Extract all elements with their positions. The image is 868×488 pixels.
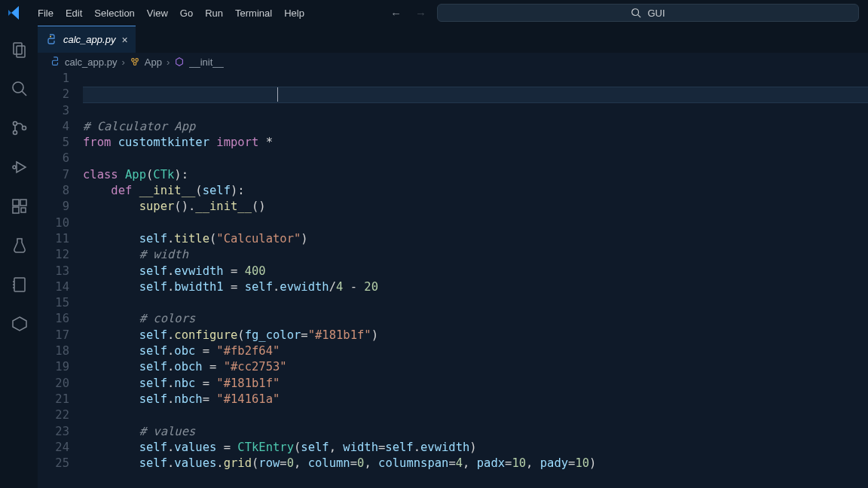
svg-point-4 [13, 82, 23, 93]
activity-bar [0, 26, 38, 488]
svg-rect-3 [17, 46, 25, 57]
svg-point-0 [632, 9, 639, 16]
notebook-icon[interactable] [1, 267, 37, 303]
svg-line-1 [638, 15, 641, 18]
svg-rect-14 [14, 278, 25, 291]
svg-point-20 [136, 59, 139, 62]
tab-filename: calc_app.py [63, 34, 115, 45]
tab-calc-app[interactable]: calc_app.py × [38, 26, 136, 53]
python-file-icon [45, 34, 57, 46]
svg-rect-2 [14, 43, 22, 54]
symbol-method-icon [174, 56, 185, 67]
extensions-icon[interactable] [1, 188, 37, 224]
search-icon[interactable] [1, 71, 37, 107]
menu-item-help[interactable]: Help [278, 5, 310, 22]
editor-column: calc_app.py × calc_app.py › App › __init… [38, 26, 868, 488]
command-center-search[interactable]: GUI [437, 4, 859, 22]
search-text: GUI [647, 8, 665, 19]
vscode-logo-icon [6, 4, 24, 22]
chevron-right-icon: › [167, 56, 170, 68]
breadcrumb-file: calc_app.py [65, 56, 117, 68]
line-number-gutter: 1234567891011121314151617181920212223242… [38, 71, 83, 488]
explorer-icon[interactable] [1, 32, 37, 68]
current-line-highlight [83, 87, 868, 102]
menu-items: FileEditSelectionViewGoRunTerminalHelp [32, 5, 310, 22]
svg-rect-11 [20, 200, 26, 206]
svg-point-7 [14, 131, 17, 135]
tab-bar: calc_app.py × [38, 26, 868, 53]
svg-rect-12 [13, 207, 19, 213]
nav-forward-icon[interactable]: → [412, 5, 429, 21]
chevron-right-icon: › [121, 56, 124, 68]
breadcrumb-class: App [145, 56, 162, 68]
svg-point-8 [23, 127, 26, 130]
python-file-icon [50, 56, 60, 67]
main-area: calc_app.py × calc_app.py › App › __init… [0, 26, 868, 488]
code-area[interactable]: # Calculator Appfrom customtkinter impor… [83, 71, 868, 488]
text-cursor [277, 87, 278, 102]
breadcrumb[interactable]: calc_app.py › App › __init__ [38, 53, 868, 71]
code-editor[interactable]: 1234567891011121314151617181920212223242… [38, 71, 868, 488]
svg-point-6 [14, 122, 17, 126]
symbol-class-icon [130, 56, 140, 67]
search-icon [631, 8, 641, 18]
svg-point-9 [13, 166, 16, 169]
breadcrumb-method: __init__ [189, 56, 224, 68]
svg-rect-10 [13, 200, 19, 206]
menu-bar: FileEditSelectionViewGoRunTerminalHelp ←… [0, 0, 868, 26]
run-debug-icon[interactable] [1, 149, 37, 185]
nav-back-icon[interactable]: ← [387, 5, 405, 21]
source-control-icon[interactable] [1, 110, 37, 146]
menu-item-run[interactable]: Run [199, 5, 229, 22]
menu-item-view[interactable]: View [141, 5, 174, 22]
remote-icon[interactable] [1, 306, 37, 342]
close-icon[interactable]: × [121, 34, 127, 46]
svg-point-21 [133, 63, 136, 66]
svg-point-18 [50, 35, 51, 37]
menu-item-selection[interactable]: Selection [88, 5, 140, 22]
testing-icon[interactable] [1, 227, 37, 264]
menu-item-go[interactable]: Go [174, 5, 199, 22]
menu-item-terminal[interactable]: Terminal [229, 5, 278, 22]
svg-line-5 [22, 91, 26, 96]
menu-item-file[interactable]: File [32, 5, 60, 22]
svg-point-19 [131, 59, 134, 62]
menu-item-edit[interactable]: Edit [60, 5, 88, 22]
svg-rect-13 [21, 208, 26, 212]
